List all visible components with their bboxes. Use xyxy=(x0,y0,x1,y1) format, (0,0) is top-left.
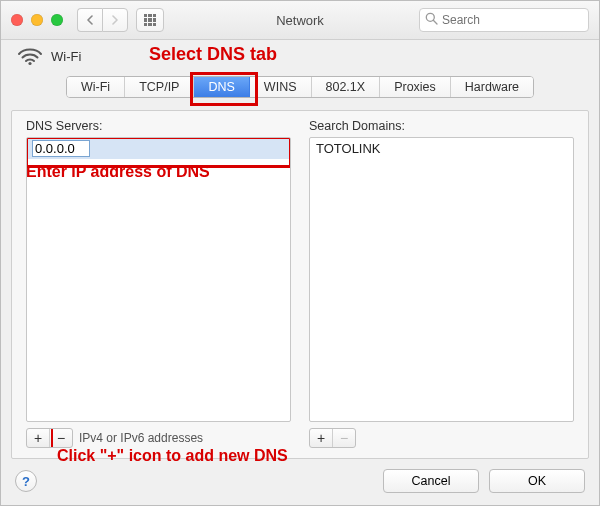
ok-button[interactable]: OK xyxy=(489,469,585,493)
add-dns-server-button[interactable]: + xyxy=(27,429,49,447)
zoom-icon[interactable] xyxy=(51,14,63,26)
tab-wi-fi[interactable]: Wi-Fi xyxy=(67,77,125,97)
search-wrap xyxy=(419,8,589,32)
minimize-icon[interactable] xyxy=(31,14,43,26)
close-icon[interactable] xyxy=(11,14,23,26)
search-domains-column: Search Domains: TOTOLINK + − xyxy=(309,119,574,448)
network-prefs-window: Network Wi-Fi Select DNS tab Wi-FiTCP/IP… xyxy=(0,0,600,506)
tab-hardware[interactable]: Hardware xyxy=(451,77,533,97)
remove-search-domain-button[interactable]: − xyxy=(332,429,355,447)
nav-buttons xyxy=(77,8,128,32)
search-domains-label: Search Domains: xyxy=(309,119,574,133)
tab-proxies[interactable]: Proxies xyxy=(380,77,451,97)
dns-servers-hint: IPv4 or IPv6 addresses xyxy=(79,431,203,445)
tab-802-1x[interactable]: 802.1X xyxy=(312,77,381,97)
help-button[interactable]: ? xyxy=(15,470,37,492)
annotation-enter-ip: Enter IP address of DNS xyxy=(26,163,210,181)
annotation-click-plus: Click "+" icon to add new DNS xyxy=(57,447,288,465)
search-input[interactable] xyxy=(419,8,589,32)
chevron-left-icon xyxy=(86,15,94,25)
traffic-lights xyxy=(11,14,63,26)
dns-panel: Enter IP address of DNS DNS Servers: + −… xyxy=(11,110,589,459)
dns-server-input[interactable] xyxy=(33,141,89,156)
dns-servers-label: DNS Servers: xyxy=(26,119,291,133)
tabstrip: Wi-FiTCP/IPDNSWINS802.1XProxiesHardware xyxy=(1,70,599,110)
sheet-footer: ? Cancel OK xyxy=(1,467,599,505)
nav-back-button[interactable] xyxy=(77,8,102,32)
tab-tcp-ip[interactable]: TCP/IP xyxy=(125,77,194,97)
subheader: Wi-Fi Select DNS tab xyxy=(1,40,599,70)
connection-header: Wi-Fi xyxy=(17,46,81,66)
remove-dns-server-button[interactable]: − xyxy=(49,429,72,447)
chevron-right-icon xyxy=(111,15,119,25)
dns-servers-add-remove: + − xyxy=(26,428,73,448)
search-domains-footer: + − xyxy=(309,428,574,448)
svg-line-1 xyxy=(433,20,437,24)
search-domains-add-remove: + − xyxy=(309,428,356,448)
show-all-button[interactable] xyxy=(136,8,164,32)
titlebar: Network xyxy=(1,1,599,40)
dns-servers-footer: + − IPv4 or IPv6 addresses xyxy=(26,428,291,448)
dns-server-row[interactable] xyxy=(27,138,290,159)
search-domains-list[interactable]: TOTOLINK xyxy=(309,137,574,422)
tabs-segmented-control: Wi-FiTCP/IPDNSWINS802.1XProxiesHardware xyxy=(66,76,534,98)
connection-name: Wi-Fi xyxy=(51,49,81,64)
svg-point-2 xyxy=(28,62,31,65)
search-icon xyxy=(425,12,438,28)
tab-dns[interactable]: DNS xyxy=(194,77,249,97)
tab-wins[interactable]: WINS xyxy=(250,77,312,97)
annotation-select-dns-tab: Select DNS tab xyxy=(149,44,277,65)
search-domain-row[interactable]: TOTOLINK xyxy=(310,138,573,159)
cancel-button[interactable]: Cancel xyxy=(383,469,479,493)
wifi-icon xyxy=(17,46,43,66)
grid-icon xyxy=(144,14,156,26)
add-search-domain-button[interactable]: + xyxy=(310,429,332,447)
nav-forward-button[interactable] xyxy=(102,8,128,32)
